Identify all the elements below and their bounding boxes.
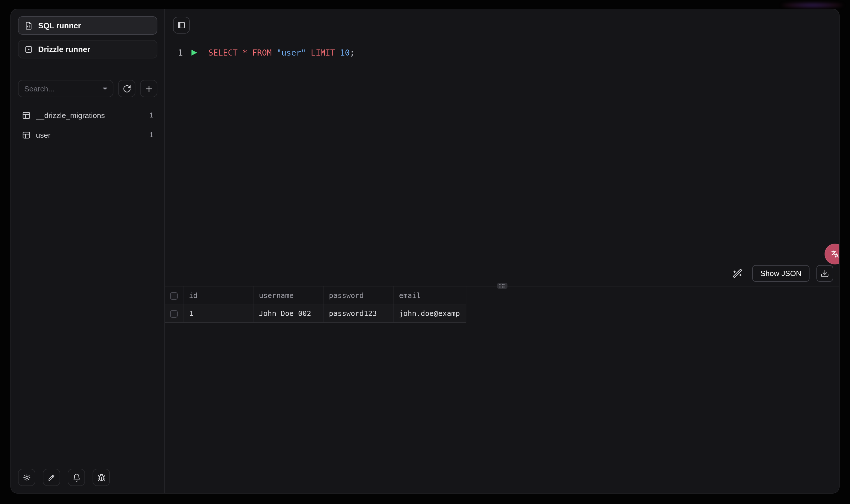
table-item-name: user [36,130,144,139]
run-query-button[interactable] [189,48,198,57]
sql-token: LIMIT [311,48,335,57]
plus-icon [144,84,153,93]
table-icon [22,111,31,120]
table-cell: 1 [183,304,253,323]
table-item-count: 1 [149,111,153,119]
sql-editor-line: 1 SELECT * FROM "user" LIMIT 10; [165,47,839,58]
paintbrush-icon [47,473,56,482]
bell-icon [72,473,81,482]
main-topbar [165,9,839,34]
results-table: idusernamepasswordemail 1John Doe 002pas… [165,286,466,323]
download-button[interactable] [816,265,833,282]
column-header: email [393,286,466,304]
results-toolbar: Show JSON [165,265,839,282]
sql-token [272,48,276,57]
table-row: 1John Doe 002password123john.doe@examp [165,304,466,323]
sql-token: "user" [276,48,306,57]
wand-sparkles-icon [732,269,742,278]
table-list: __drizzle_migrations 1 user 1 [18,106,157,144]
sql-token [306,48,311,57]
debug-button[interactable] [93,469,110,486]
panel-left-icon [177,21,186,30]
refresh-icon [122,84,131,93]
table-cell: John Doe 002 [253,304,323,323]
sql-token: 10 [340,48,350,57]
gear-icon [22,473,31,482]
table-list-item[interactable]: user 1 [18,126,157,144]
file-code-icon [24,21,33,30]
table-item-count: 1 [149,131,153,139]
table-icon [22,130,31,139]
sidebar-footer [18,469,110,486]
column-header: password [323,286,393,304]
format-button[interactable] [729,265,745,282]
line-number: 1 [173,48,183,57]
table-cell: john.doe@examp [393,304,466,323]
sql-token [237,48,242,57]
app-window: SQL runner Drizzle runner [11,9,839,493]
main-area: 1 SELECT * FROM "user" LIMIT 10; [165,9,839,493]
bug-icon [97,473,106,482]
show-json-button[interactable]: Show JSON [752,265,810,282]
filter-icon [101,85,109,92]
table-list-item[interactable]: __drizzle_migrations 1 [18,106,157,124]
play-icon [190,49,198,57]
corner-glow [781,2,844,8]
column-header: id [183,286,253,304]
table-cell: password123 [323,304,393,323]
download-icon [820,269,829,278]
sidebar-toggle-button[interactable] [173,17,190,34]
notifications-button[interactable] [68,469,85,486]
row-checkbox-cell [165,304,183,323]
select-all-checkbox[interactable] [170,292,178,300]
resize-handle[interactable] [497,283,507,289]
editor-area[interactable] [165,58,839,265]
sql-token: FROM [252,48,272,57]
row-checkbox[interactable] [170,310,178,318]
sidebar: SQL runner Drizzle runner [11,9,165,493]
sql-code[interactable]: SELECT * FROM "user" LIMIT 10; [208,48,355,57]
results-header-row: idusernamepasswordemail [165,286,466,304]
results-divider [165,286,839,286]
results-body: 1John Doe 002password123john.doe@examp [165,304,466,323]
screen: SQL runner Drizzle runner [0,0,850,504]
sql-token: SELECT [208,48,237,57]
search-input[interactable] [18,80,113,97]
sql-token [247,48,252,57]
runner-label: Drizzle runner [38,45,90,54]
sql-runner-button[interactable]: SQL runner [18,16,157,35]
sql-token [335,48,340,57]
settings-button[interactable] [18,469,35,486]
column-header: username [253,286,323,304]
theme-button[interactable] [43,469,60,486]
translate-icon [830,249,839,259]
runner-label: SQL runner [38,21,81,30]
add-button[interactable] [140,80,157,97]
search-row [18,80,157,97]
header-checkbox-cell [165,286,183,304]
sql-token: ; [350,48,355,57]
sql-token: * [242,48,247,57]
table-item-name: __drizzle_migrations [36,111,144,120]
drizzle-runner-button[interactable]: Drizzle runner [18,40,157,58]
refresh-button[interactable] [118,80,135,97]
square-dot-icon [24,45,33,54]
results-area: idusernamepasswordemail 1John Doe 002pas… [165,286,839,493]
